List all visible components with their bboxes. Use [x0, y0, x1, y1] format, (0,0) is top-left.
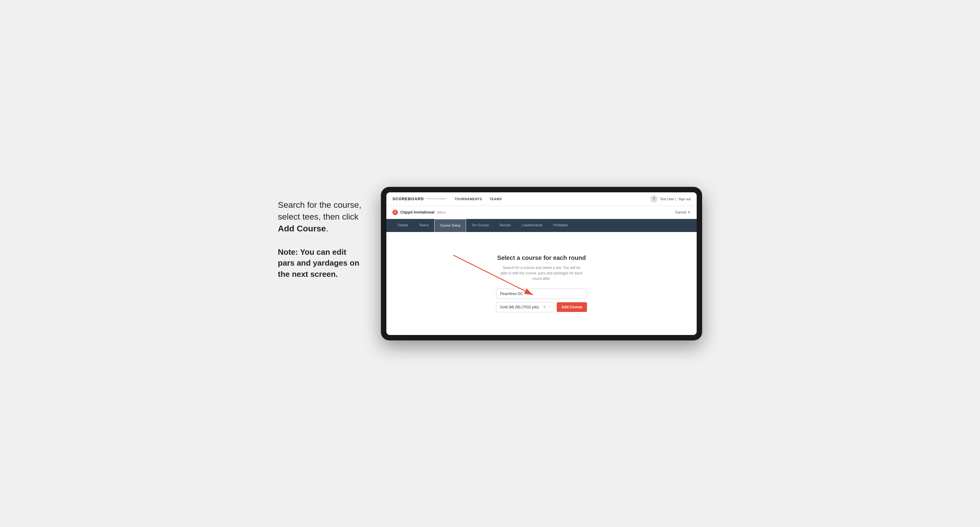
tablet-screen: SCOREBOARD Powered by clippd TOURNAMENTS… [387, 192, 697, 335]
nav-link-teams[interactable]: TEAMS [489, 196, 502, 202]
top-nav: SCOREBOARD Powered by clippd TOURNAMENTS… [387, 192, 697, 206]
annotation-bold-text: Add Course [278, 224, 326, 233]
section-title: Select a course for each round [497, 254, 586, 261]
main-content: Select a course for each round Search fo… [387, 232, 697, 335]
tournament-icon: C [393, 210, 398, 215]
avatar: T [650, 195, 657, 203]
annotation-note: Note: You can edit pars and yardages on … [278, 246, 363, 279]
nav-links: TOURNAMENTS TEAMS [455, 196, 502, 202]
logo-area: SCOREBOARD Powered by clippd [393, 197, 445, 201]
tee-selector-row: Gold (M) (M) (7010 yds) ✕ ⌃ Add Course [496, 302, 587, 312]
tee-select-controls: ✕ ⌃ [542, 305, 550, 309]
tournament-badge: (Men) [437, 211, 446, 214]
logo-sub: Powered by clippd [426, 197, 445, 200]
nav-link-tournaments[interactable]: TOURNAMENTS [455, 196, 482, 202]
tee-clear-icon[interactable]: ✕ [542, 305, 547, 309]
tee-chevron-icon[interactable]: ⌃ [548, 306, 550, 309]
annotation-panel: Search for the course, select tees, then… [278, 187, 363, 280]
tab-tee-groups[interactable]: Tee Groups [466, 219, 494, 232]
tab-teams[interactable]: Teams [414, 219, 434, 232]
nav-left: SCOREBOARD Powered by clippd TOURNAMENTS… [393, 196, 502, 202]
user-label: Test User | [660, 197, 676, 201]
user-area: T Test User | Sign out [650, 195, 690, 203]
tab-leaderboards[interactable]: Leaderboards [516, 219, 548, 232]
tab-bar: Details Teams Course Setup Tee Groups Re… [387, 219, 697, 232]
add-course-button[interactable]: Add Course [557, 302, 587, 312]
logo-text: SCOREBOARD [393, 197, 424, 201]
course-search-input[interactable] [496, 289, 587, 299]
tab-results[interactable]: Results [494, 219, 516, 232]
course-form: Gold (M) (M) (7010 yds) ✕ ⌃ Add Course [496, 289, 587, 312]
annotation-main-text: Search for the course, select tees, then… [278, 200, 361, 221]
tab-printables[interactable]: Printables [548, 219, 574, 232]
tee-select[interactable]: Gold (M) (M) (7010 yds) ✕ ⌃ [496, 302, 554, 312]
tab-details[interactable]: Details [393, 219, 414, 232]
tee-select-value: Gold (M) (M) (7010 yds) [500, 305, 539, 309]
annotation-period: . [326, 224, 328, 233]
section-desc: Search for a course and select a tee. Yo… [499, 265, 584, 281]
sign-out-link[interactable]: Sign out [678, 197, 690, 201]
annotation-text: Search for the course, select tees, then… [278, 199, 363, 235]
tablet-device: SCOREBOARD Powered by clippd TOURNAMENTS… [381, 187, 702, 340]
page-wrapper: Search for the course, select tees, then… [278, 187, 702, 340]
tournament-name: Clippd Invitational [400, 210, 434, 214]
tournament-title: C Clippd Invitational (Men) [393, 210, 445, 215]
cancel-button[interactable]: Cancel ✕ [675, 210, 690, 214]
tab-course-setup[interactable]: Course Setup [434, 219, 466, 232]
tournament-header: C Clippd Invitational (Men) Cancel ✕ [387, 206, 697, 219]
